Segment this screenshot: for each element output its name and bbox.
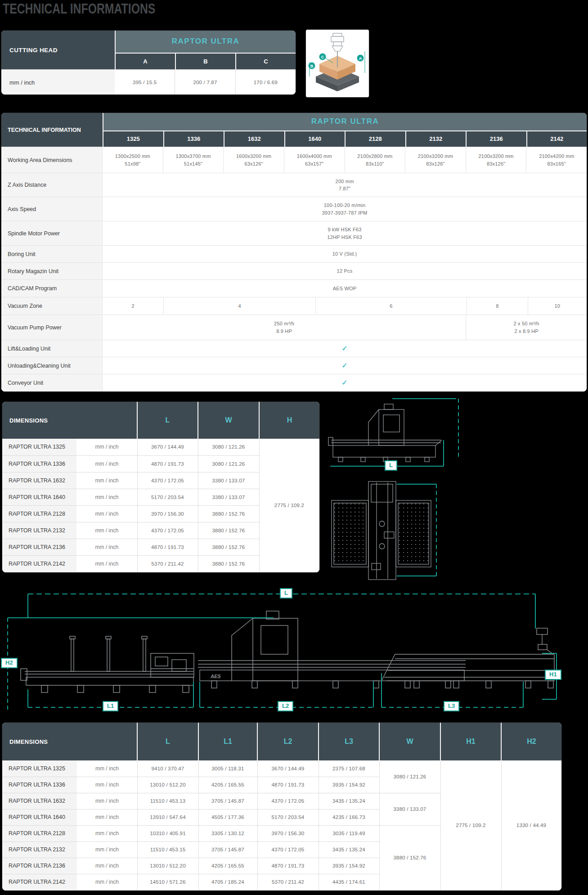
model-name: RAPTOR ULTRA 2132 — [2, 841, 77, 858]
z-axis-value: 200 mm 7.87" — [103, 173, 587, 197]
col-header-h1: H1 — [440, 723, 501, 760]
row-cadcam: CAD/CAM Program AES WOP — [1, 279, 587, 297]
l-value: 4370 / 172.05 — [137, 472, 198, 489]
l2-value: 5370 / 211.42 — [257, 874, 319, 890]
dimensions-table-lwh: DIMENSIONS L W H RAPTOR ULTRA 1325 mm / … — [2, 402, 319, 572]
w-value: 3880 / 152.76 — [198, 555, 259, 572]
row-label: Z Axis Distance — [1, 173, 103, 197]
unit-cell: mm / inch — [77, 825, 137, 841]
w-value: 3880 / 152.76 — [198, 522, 259, 539]
model-name: RAPTOR ULTRA 1325 — [2, 439, 76, 455]
cutting-head-unit-label: mm / inch — [1, 70, 115, 94]
l-value: 13910 / 547.64 — [137, 809, 198, 825]
l-value: 4370 / 172.05 — [137, 522, 198, 539]
cutting-head-col-b: B — [175, 54, 235, 69]
dimensions-table-full: DIMENSIONS L L1 L2 L3 W H1 H2 RAPTOR ULT… — [2, 723, 561, 891]
machine-side-view-diagram: L — [325, 395, 464, 477]
l1-value: 4205 / 165.55 — [198, 858, 257, 874]
technical-information-table: TECHNICAL INFORMATION RAPTOR ULTRA 1325 … — [1, 113, 587, 391]
working-area-2132: 2100x3200 mm 83x126" — [405, 147, 466, 173]
cutting-head-col-c: C — [235, 54, 296, 69]
w-value: 3880 / 152.76 — [198, 505, 259, 522]
l-value: 14510 / 571.26 — [137, 874, 198, 890]
h2-merged-value: 1330 / 44.49 — [501, 760, 561, 890]
col-header-l3: L3 — [319, 723, 379, 760]
model-name: RAPTOR ULTRA 1632 — [2, 472, 76, 489]
machine-full-line-diagram: AES — [0, 585, 588, 721]
axis-speed-value: 100-100-20 m/min 3937-3937-787 IPM — [103, 197, 587, 221]
cutting-head-illustration: A B C — [306, 30, 369, 97]
unit-cell: mm / inch — [77, 841, 137, 858]
unit-cell: mm / inch — [76, 439, 137, 455]
h-merged-value: 2775 / 109.2 — [259, 439, 319, 572]
l3-value: 3435 / 135.24 — [319, 793, 379, 809]
model-header-2128: 2128 — [345, 131, 405, 147]
l3-value: 3935 / 154.92 — [319, 858, 379, 874]
unit-cell: mm / inch — [76, 472, 137, 489]
working-area-1640: 1600x4000 mm 63x157" — [284, 147, 345, 173]
unit-cell: mm / inch — [76, 489, 137, 505]
col-header-l: L — [137, 402, 198, 439]
l2-value: 4870 / 191.73 — [257, 858, 319, 874]
l3-value: 3035 / 119.49 — [319, 825, 379, 841]
model-header-1632: 1632 — [224, 131, 284, 147]
cutting-head-brand-banner: RAPTOR ULTRA — [116, 31, 296, 53]
cutting-head-table: CUTTING HEAD RAPTOR ULTRA A B C mm / inc… — [1, 31, 296, 94]
l1-value: 4705 / 185.24 — [198, 874, 257, 890]
unit-cell: mm / inch — [76, 522, 137, 539]
unit-cell: mm / inch — [77, 777, 137, 793]
w-value: 3880 / 152.76 — [198, 539, 259, 555]
check-icon: ✓ — [103, 374, 587, 391]
model-name: RAPTOR ULTRA 2142 — [2, 555, 76, 572]
row-label: Conveyor Unit — [1, 374, 103, 391]
unit-cell: mm / inch — [77, 809, 137, 825]
cutting-head-diagram-svg: A B C — [306, 30, 369, 97]
cutting-diagram-label-a: A — [359, 56, 362, 61]
unit-cell: mm / inch — [77, 760, 137, 777]
model-header-2132: 2132 — [405, 131, 466, 147]
row-conveyor: Conveyor Unit ✓ — [1, 374, 587, 391]
w-value: 3380 / 133.07 — [198, 489, 259, 505]
l-value: 9410 / 370.47 — [137, 760, 198, 777]
l-value: 13010 / 512.20 — [137, 858, 198, 874]
unit-cell: mm / inch — [76, 539, 137, 555]
row-vacuum-pump: Vacuum Pump Power 250 m³/h 8.9 HP 2 x 50… — [1, 315, 587, 340]
l-value: 11510 / 453.13 — [137, 793, 198, 809]
cutting-head-value-a: 395 / 15.5 — [115, 70, 175, 94]
check-icon: ✓ — [103, 357, 587, 374]
vacuum-zone-2: 2 — [103, 297, 163, 315]
row-boring-unit: Boring Unit 10 V (Std.) — [1, 245, 587, 262]
model-name: RAPTOR ULTRA 1640 — [2, 809, 77, 825]
technical-information-header: TECHNICAL INFORMATION — [1, 113, 103, 147]
l-value: 11510 / 453.15 — [137, 841, 198, 858]
unit-cell: mm / inch — [77, 874, 137, 890]
raptor-ultra-banner: RAPTOR ULTRA — [103, 113, 587, 130]
unit-cell: mm / inch — [77, 793, 137, 809]
l1-value: 4205 / 165.55 — [198, 777, 257, 793]
l2-value: 5170 / 203.54 — [257, 809, 319, 825]
row-label: CAD/CAM Program — [1, 280, 103, 297]
dimension-label-l2: L2 — [278, 701, 293, 711]
row-label: Unloading&Cleaning Unit — [1, 357, 103, 374]
dimensions-header: DIMENSIONS — [2, 723, 137, 760]
row-label: Vacuum Zone — [1, 297, 103, 315]
col-header-w: W — [198, 402, 259, 439]
l3-value: 4235 / 166.73 — [319, 809, 379, 825]
table-row: RAPTOR ULTRA 1325 mm / inch 3670 / 144.4… — [2, 439, 319, 455]
row-rotary-magazin: Rotary Magazin Unit 12 Pcs — [1, 262, 587, 279]
dimension-label-l: L — [385, 460, 397, 471]
l-value: 5170 / 203.54 — [137, 489, 198, 505]
w-merged-value: 3880 / 152.76 — [379, 825, 440, 890]
l3-value: 3435 / 135.24 — [319, 841, 379, 858]
model-name: RAPTOR ULTRA 2128 — [2, 825, 77, 841]
l2-value: 3670 / 144.49 — [257, 760, 319, 777]
col-header-h2: H2 — [501, 723, 561, 760]
row-axis-speed: Axis Speed 100-100-20 m/min 3937-3937-78… — [1, 197, 587, 221]
vacuum-pump-value-1: 250 m³/h 8.9 HP — [103, 315, 466, 340]
l-value: 5370 / 211.42 — [137, 555, 198, 572]
dimensions-header: DIMENSIONS — [2, 402, 137, 439]
row-label: Axis Speed — [1, 197, 103, 221]
vacuum-zone-4: 4 — [163, 297, 315, 315]
cutting-head-label: CUTTING HEAD — [1, 31, 115, 69]
row-vacuum-zone: Vacuum Zone 2 4 6 8 10 — [1, 297, 587, 315]
